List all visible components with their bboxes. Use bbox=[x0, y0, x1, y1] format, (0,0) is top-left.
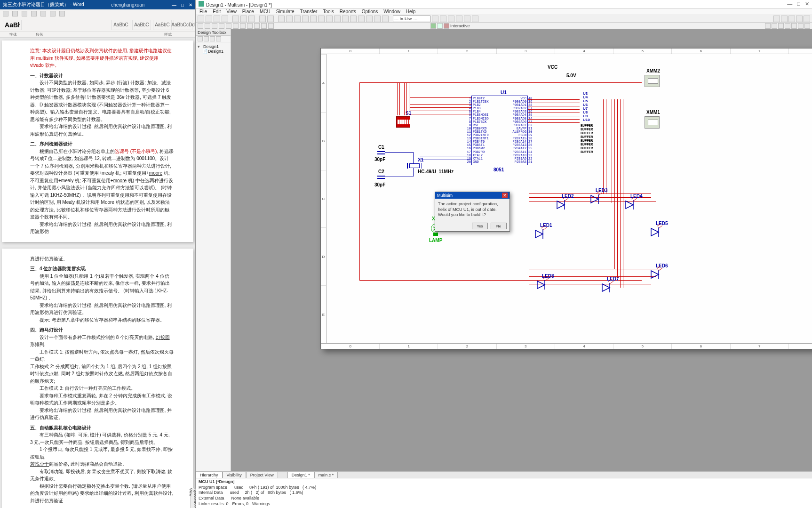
tool-misc-icon[interactable] bbox=[342, 16, 349, 22]
tool-misc-icon[interactable] bbox=[448, 16, 454, 22]
tbx-icon[interactable] bbox=[210, 36, 215, 41]
tool-misc-icon[interactable] bbox=[358, 16, 365, 22]
comp-icon[interactable] bbox=[219, 23, 224, 29]
formatpainter-icon[interactable] bbox=[31, 11, 37, 16]
tool-misc-icon[interactable] bbox=[472, 16, 478, 22]
bold-icon[interactable] bbox=[40, 11, 46, 16]
menu-reports[interactable]: Reports bbox=[340, 9, 356, 14]
tool-misc-icon[interactable] bbox=[366, 16, 373, 22]
tool-redo-icon[interactable] bbox=[267, 16, 274, 22]
tool-misc-icon[interactable] bbox=[464, 16, 470, 22]
comp-icon[interactable] bbox=[226, 23, 231, 29]
dialog-no-button[interactable]: No bbox=[491, 223, 507, 229]
instr-icon[interactable] bbox=[778, 23, 784, 29]
comp-icon[interactable] bbox=[233, 23, 239, 29]
tool-misc-icon[interactable] bbox=[382, 16, 389, 22]
tool-misc-icon[interactable] bbox=[294, 16, 301, 22]
instr-icon[interactable] bbox=[804, 23, 810, 29]
tree-root[interactable]: Design1 bbox=[198, 44, 229, 49]
cut-icon[interactable] bbox=[12, 11, 18, 16]
tool-new-icon[interactable] bbox=[198, 16, 204, 22]
instr-icon[interactable] bbox=[785, 23, 790, 29]
run-icon[interactable] bbox=[430, 23, 436, 29]
menu-help[interactable]: Help bbox=[406, 9, 416, 14]
tbx-icon[interactable] bbox=[198, 36, 203, 41]
dialog-yes-button[interactable]: Yes bbox=[472, 223, 488, 229]
spreadsheet-view-tab[interactable]: Spreadsheet View bbox=[190, 488, 196, 508]
style-item[interactable]: AaBbC bbox=[111, 20, 130, 30]
design-tree[interactable]: Design1 Design1 bbox=[196, 42, 231, 471]
tool-copy-icon[interactable] bbox=[240, 16, 247, 22]
tab-visibility[interactable]: Visibility bbox=[223, 472, 246, 478]
chip-8051[interactable]: 1 2 3 4 5 6 7 8 9 10 11 12 13 14 15 16 1… bbox=[471, 96, 528, 165]
italic-icon[interactable] bbox=[50, 11, 56, 16]
stop-icon[interactable] bbox=[444, 23, 449, 29]
menu-options[interactable]: Options bbox=[362, 9, 378, 14]
led6[interactable] bbox=[649, 269, 662, 284]
led8[interactable] bbox=[535, 279, 549, 294]
zoom-sheet-icon[interactable] bbox=[796, 16, 803, 22]
word-max-icon[interactable]: □ bbox=[181, 2, 184, 8]
tool-misc-icon[interactable] bbox=[432, 16, 438, 22]
tool-misc-icon[interactable] bbox=[310, 16, 317, 22]
tool-open-icon[interactable] bbox=[206, 16, 212, 22]
tree-sheet[interactable]: Design1 bbox=[202, 49, 229, 54]
ms-close-icon[interactable]: ✕ bbox=[805, 1, 809, 7]
comp-icon[interactable] bbox=[254, 23, 260, 29]
circuit-area[interactable]: VCC 5.0V U1 1 2 3 4 5 6 7 8 9 10 11 12 1… bbox=[326, 54, 812, 343]
tbx-icon[interactable] bbox=[216, 36, 221, 41]
tool-misc-icon[interactable] bbox=[456, 16, 462, 22]
led7[interactable] bbox=[600, 282, 613, 297]
multimeter-xmm2[interactable] bbox=[645, 75, 660, 87]
style-main[interactable]: AaBł bbox=[3, 20, 22, 30]
tab-main-c[interactable]: main.c * bbox=[314, 472, 338, 478]
comp-icon[interactable] bbox=[212, 23, 217, 29]
comp-icon[interactable] bbox=[205, 23, 210, 29]
tool-misc-icon[interactable] bbox=[286, 16, 293, 22]
paste-icon[interactable] bbox=[3, 11, 8, 16]
ms-console[interactable]: Spreadsheet View MCU U1 [*Design] Progra… bbox=[196, 478, 812, 508]
tool-misc-icon[interactable] bbox=[326, 16, 333, 22]
tool-misc-icon[interactable] bbox=[440, 16, 446, 22]
tool-misc-icon[interactable] bbox=[278, 16, 285, 22]
led5[interactable] bbox=[649, 226, 662, 242]
style-item[interactable]: AaBbC bbox=[153, 20, 172, 30]
instr-icon[interactable] bbox=[765, 23, 771, 29]
tool-save-icon[interactable] bbox=[214, 16, 220, 22]
instr-icon[interactable] bbox=[791, 23, 797, 29]
in-use-combo[interactable]: --- In-Use --- bbox=[393, 16, 430, 22]
tool-print-icon[interactable] bbox=[222, 16, 228, 22]
word-page-area[interactable]: 注意: 本次设计题目仍然涉及到仿真软件的使用, 搭建硬件电路建议使用 multi… bbox=[0, 38, 195, 508]
tool-misc-icon[interactable] bbox=[302, 16, 309, 22]
menu-mcu[interactable]: MCU bbox=[260, 9, 271, 14]
led3[interactable] bbox=[589, 194, 602, 209]
tool-misc-icon[interactable] bbox=[334, 16, 341, 22]
instr-icon[interactable] bbox=[772, 23, 777, 29]
led1[interactable] bbox=[533, 228, 547, 243]
ms-max-icon[interactable]: □ bbox=[797, 1, 800, 7]
menu-tools[interactable]: Tools bbox=[323, 9, 334, 14]
tab-project-view[interactable]: Project View bbox=[246, 472, 278, 478]
style-item[interactable]: AaBbCcDd bbox=[174, 20, 192, 30]
tool-paste-icon[interactable] bbox=[248, 16, 255, 22]
word-min-icon[interactable]: — bbox=[172, 2, 176, 8]
tool-misc-icon[interactable] bbox=[374, 16, 381, 22]
instr-icon[interactable] bbox=[798, 23, 804, 29]
fullscreen-icon[interactable] bbox=[804, 16, 810, 22]
tab-hierarchy[interactable]: Hierarchy bbox=[196, 472, 223, 478]
dip-switch[interactable] bbox=[396, 116, 410, 128]
tool-undo-icon[interactable] bbox=[259, 16, 266, 22]
zoom-fit-icon[interactable] bbox=[788, 16, 795, 22]
style-item[interactable]: AaBbC bbox=[132, 20, 151, 30]
dialog-close-icon[interactable]: ✕ bbox=[502, 193, 508, 198]
led4[interactable] bbox=[624, 199, 637, 214]
ms-min-icon[interactable]: — bbox=[787, 1, 792, 7]
zoom-out-icon[interactable] bbox=[781, 16, 788, 22]
menu-simulate[interactable]: Simulate bbox=[276, 9, 295, 14]
underline-icon[interactable] bbox=[59, 11, 65, 16]
zoom-in-icon[interactable] bbox=[773, 16, 780, 22]
word-close-icon[interactable]: ✕ bbox=[189, 2, 192, 8]
menu-window[interactable]: Window bbox=[383, 9, 400, 14]
tab-design1[interactable]: Design1 * bbox=[287, 472, 314, 478]
menu-edit[interactable]: Edit bbox=[213, 9, 221, 14]
